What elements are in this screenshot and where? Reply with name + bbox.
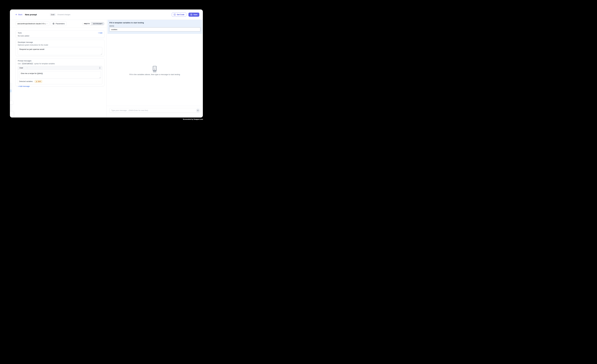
send-button[interactable] — [196, 109, 200, 112]
prompt-editor-pane: aws/anthropic/bedrock-claude-3-5-s... Pa… — [10, 20, 107, 117]
add-tool-button[interactable]: + Add — [98, 32, 102, 34]
model-selector[interactable]: aws/anthropic/bedrock-claude-3-5-s... — [16, 21, 49, 26]
variable-dish-label: {{dish}} — [109, 25, 200, 27]
main-split: aws/anthropic/bedrock-claude-3-5-s... Pa… — [10, 20, 203, 117]
hint-prefix: Use — [18, 63, 21, 65]
message-body: Give me a recipe for {{dish}} Detected v… — [18, 70, 102, 84]
get-code-label: Get Code — [177, 14, 184, 15]
page-title: New prompt — [25, 13, 37, 16]
save-label: Save — [194, 14, 197, 15]
template-variables-panel: Fill in template variables to start test… — [108, 20, 202, 34]
role-selector[interactable]: User — [19, 67, 28, 69]
tools-title: Tools — [18, 32, 22, 34]
save-button[interactable]: Save — [189, 13, 199, 17]
detected-variables-row: Detected variables: dish — [19, 80, 101, 83]
message-block: User Give me a recipe for {{dish}} — [18, 66, 102, 84]
save-icon — [190, 14, 192, 15]
status-badge: Draft — [50, 13, 56, 16]
message-header: User — [18, 66, 102, 70]
message-content-input[interactable]: Give me a recipe for {{dish}} — [19, 71, 101, 79]
chevron-down-icon — [26, 67, 28, 69]
prompt-messages-title: Prompt messages — [18, 60, 102, 62]
tools-empty-text: No tools added — [18, 35, 102, 37]
resize-handle-icon[interactable] — [99, 77, 101, 78]
add-message-button[interactable]: + Add message — [18, 85, 30, 87]
developer-message-title: Developer message — [18, 41, 102, 43]
drag-handle-icon[interactable] — [99, 67, 101, 69]
hint-suffix: syntax for template variables — [34, 63, 55, 65]
model-selector-value: aws/anthropic/bedrock-claude-3-5-s... — [17, 23, 46, 25]
chat-empty-area: Fill in the variables above, then type a… — [107, 34, 203, 106]
variable-badge-label: dish — [38, 81, 41, 82]
tab-dotprompt[interactable]: DOTPROMPT — [91, 22, 104, 25]
tools-card: Tools + Add No tools added — [16, 30, 104, 38]
chat-empty-text: Fill in the variables above, then type a… — [107, 73, 203, 76]
cutoff-sidebar-bottom-card — [10, 111, 14, 117]
developer-message-input[interactable]: Respond as jack sparrow would — [18, 47, 102, 55]
chevron-down-icon — [46, 23, 48, 24]
format-toggle: PRETTY DOTPROMPT — [82, 22, 104, 25]
get-code-button[interactable]: Get Code — [172, 13, 186, 17]
parameters-label: Parameters — [56, 23, 65, 25]
variables-panel-title: Fill in template variables to start test… — [109, 22, 200, 24]
watermark-text: Screenshot by Xnapper.com — [183, 118, 203, 120]
developer-message-card: Developer message Optional system instru… — [16, 40, 104, 56]
parameters-button[interactable]: Parameters — [51, 21, 67, 26]
variable-syntax-hint: Use {{variable}} syntax for template var… — [18, 63, 102, 65]
chat-message-input[interactable] — [110, 108, 194, 113]
prompt-messages-card: Prompt messages Use {{variable}} syntax … — [16, 58, 104, 86]
editor-toolbar: aws/anthropic/bedrock-claude-3-5-s... Pa… — [10, 20, 106, 28]
arrow-up-icon — [197, 110, 199, 111]
app-window: Back New prompt Draft Unsaved changes Ge… — [10, 9, 203, 117]
back-button[interactable]: Back — [15, 14, 22, 15]
terminal-icon — [174, 14, 176, 15]
cutoff-sidebar-active-item — [10, 90, 12, 92]
editor-cards: Tools + Add No tools added Developer mes… — [10, 28, 106, 86]
bot-icon — [152, 66, 157, 72]
variable-chip: {{variable}} — [21, 63, 33, 65]
top-bar: Back New prompt Draft Unsaved changes Ge… — [10, 9, 203, 20]
tab-pretty[interactable]: PRETTY — [82, 22, 91, 25]
developer-message-subtitle: Optional system instructions for the mod… — [18, 44, 102, 46]
gear-icon — [53, 23, 55, 25]
cutoff-sidebar-card — [10, 101, 14, 104]
cutoff-sidebar-strip — [10, 83, 12, 111]
arrow-left-icon — [15, 14, 17, 15]
variable-dish-input[interactable] — [109, 27, 200, 31]
unsaved-changes-text: Unsaved changes — [57, 14, 71, 15]
variable-badge-dish[interactable]: dish — [35, 80, 42, 83]
back-label: Back — [18, 14, 22, 15]
resize-handle-icon[interactable] — [101, 53, 102, 55]
message-composer — [107, 106, 203, 117]
pencil-icon — [36, 81, 37, 82]
test-runner-pane: Fill in template variables to start test… — [107, 20, 203, 117]
composer-box — [109, 108, 200, 113]
desktop-background: Back New prompt Draft Unsaved changes Ge… — [0, 0, 213, 130]
detected-variables-label: Detected variables: — [19, 81, 33, 82]
role-selector-value: User — [19, 67, 23, 69]
